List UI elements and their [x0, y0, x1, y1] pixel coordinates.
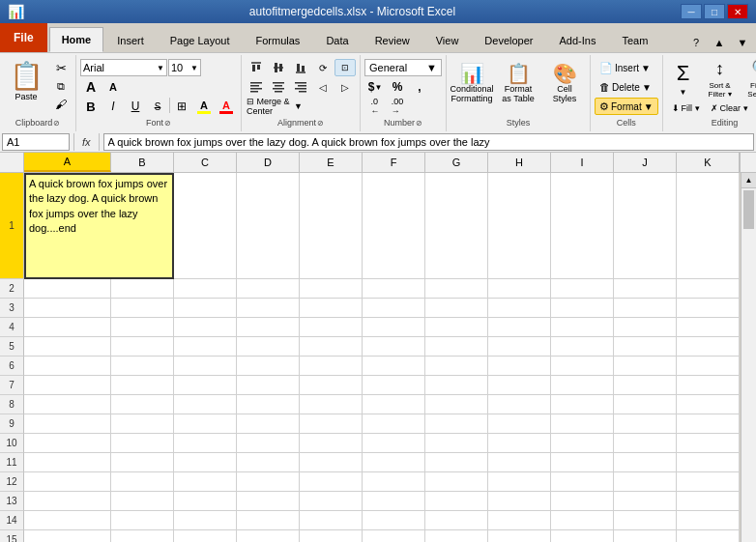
cell-h8[interactable]	[488, 395, 551, 414]
cell-styles-button[interactable]: 🎨 CellStyles	[543, 59, 586, 117]
middle-align-button[interactable]	[268, 59, 289, 76]
cell-e5[interactable]	[300, 337, 363, 357]
cell-a9[interactable]	[24, 414, 111, 434]
cell-b13[interactable]	[111, 492, 174, 511]
cell-i13[interactable]	[551, 492, 614, 511]
cell-d10[interactable]	[237, 434, 300, 453]
cell-j5[interactable]	[614, 337, 677, 357]
cell-g5[interactable]	[425, 337, 488, 357]
cell-e1[interactable]	[300, 173, 363, 279]
cell-c15[interactable]	[174, 530, 237, 542]
percent-button[interactable]: %	[387, 78, 408, 96]
cell-a2[interactable]	[24, 279, 111, 299]
row-number-8[interactable]: 8	[0, 395, 24, 414]
cell-k15[interactable]	[677, 530, 740, 542]
cell-e13[interactable]	[300, 492, 363, 511]
cell-j11[interactable]	[614, 453, 677, 472]
cell-b4[interactable]	[111, 318, 174, 337]
cell-k10[interactable]	[677, 434, 740, 453]
cell-i10[interactable]	[551, 434, 614, 453]
scroll-up-button[interactable]: ▲	[741, 173, 756, 188]
cell-g9[interactable]	[425, 414, 488, 434]
increase-indent-button[interactable]: ▷	[334, 78, 356, 96]
cell-g10[interactable]	[425, 434, 488, 453]
cell-f8[interactable]	[363, 395, 425, 414]
cell-c6[interactable]	[174, 357, 237, 376]
left-align-button[interactable]	[246, 78, 267, 96]
cell-c5[interactable]	[174, 337, 237, 357]
bold-button[interactable]: B	[80, 98, 102, 115]
cell-k6[interactable]	[677, 357, 740, 376]
cell-d6[interactable]	[237, 357, 300, 376]
row-number-11[interactable]: 11	[0, 453, 24, 472]
cell-j10[interactable]	[614, 434, 677, 453]
clipboard-expand-icon[interactable]: ⊘	[53, 119, 60, 128]
cell-f4[interactable]	[363, 318, 425, 337]
cell-c3[interactable]	[174, 299, 237, 318]
cell-f10[interactable]	[363, 434, 425, 453]
row-number-9[interactable]: 9	[0, 414, 24, 434]
col-header-c[interactable]: C	[174, 153, 237, 172]
decrease-decimal-button[interactable]: .00→	[387, 98, 408, 115]
row-number-6[interactable]: 6	[0, 357, 24, 376]
name-box[interactable]: A1	[2, 133, 70, 151]
clear-button[interactable]: ✗ Clear ▾	[706, 100, 753, 117]
cell-d5[interactable]	[237, 337, 300, 357]
cell-b9[interactable]	[111, 414, 174, 434]
cell-i2[interactable]	[551, 279, 614, 299]
tab-team[interactable]: Team	[609, 27, 660, 52]
insert-button[interactable]: 📄 Insert ▼	[595, 59, 655, 76]
cell-k12[interactable]	[677, 472, 740, 492]
cell-c11[interactable]	[174, 453, 237, 472]
cell-e3[interactable]	[300, 299, 363, 318]
cell-f2[interactable]	[363, 279, 425, 299]
cell-b7[interactable]	[111, 376, 174, 395]
cell-f7[interactable]	[363, 376, 425, 395]
format-button[interactable]: ⚙ Format ▼	[595, 98, 658, 115]
font-name-selector[interactable]: Arial ▼	[80, 59, 167, 76]
cell-e10[interactable]	[300, 434, 363, 453]
row-number-13[interactable]: 13	[0, 492, 24, 511]
row-number-3[interactable]: 3	[0, 299, 24, 318]
cell-i8[interactable]	[551, 395, 614, 414]
cell-h11[interactable]	[488, 453, 551, 472]
cell-d1[interactable]	[237, 173, 300, 279]
sort-filter-button[interactable]: ↕ Sort &Filter ▾	[701, 59, 740, 98]
cell-i14[interactable]	[551, 511, 614, 530]
tab-formulas[interactable]: Formulas	[244, 27, 313, 52]
right-align-button[interactable]	[290, 78, 311, 96]
cell-d12[interactable]	[237, 472, 300, 492]
cell-h5[interactable]	[488, 337, 551, 357]
cell-c12[interactable]	[174, 472, 237, 492]
cell-h4[interactable]	[488, 318, 551, 337]
col-header-h[interactable]: H	[488, 153, 551, 172]
cell-k2[interactable]	[677, 279, 740, 299]
cell-j9[interactable]	[614, 414, 677, 434]
format-painter-button[interactable]: 🖌	[50, 96, 72, 113]
cell-i6[interactable]	[551, 357, 614, 376]
cell-h7[interactable]	[488, 376, 551, 395]
cell-g13[interactable]	[425, 492, 488, 511]
cell-h10[interactable]	[488, 434, 551, 453]
cell-a4[interactable]	[24, 318, 111, 337]
cell-c14[interactable]	[174, 511, 237, 530]
cell-j7[interactable]	[614, 376, 677, 395]
cell-i11[interactable]	[551, 453, 614, 472]
cell-g2[interactable]	[425, 279, 488, 299]
cell-a3[interactable]	[24, 299, 111, 318]
cell-f14[interactable]	[363, 511, 425, 530]
cell-f9[interactable]	[363, 414, 425, 434]
col-header-e[interactable]: E	[300, 153, 363, 172]
strikethrough-button[interactable]: S	[147, 98, 168, 115]
cell-a5[interactable]	[24, 337, 111, 357]
row-number-1[interactable]: 1	[0, 173, 24, 279]
cell-h3[interactable]	[488, 299, 551, 318]
cell-g15[interactable]	[425, 530, 488, 542]
row-number-14[interactable]: 14	[0, 511, 24, 530]
cell-d8[interactable]	[237, 395, 300, 414]
cell-d4[interactable]	[237, 318, 300, 337]
cell-e9[interactable]	[300, 414, 363, 434]
decrease-indent-button[interactable]: ◁	[312, 78, 334, 96]
cell-e2[interactable]	[300, 279, 363, 299]
underline-button[interactable]: U	[125, 98, 146, 115]
